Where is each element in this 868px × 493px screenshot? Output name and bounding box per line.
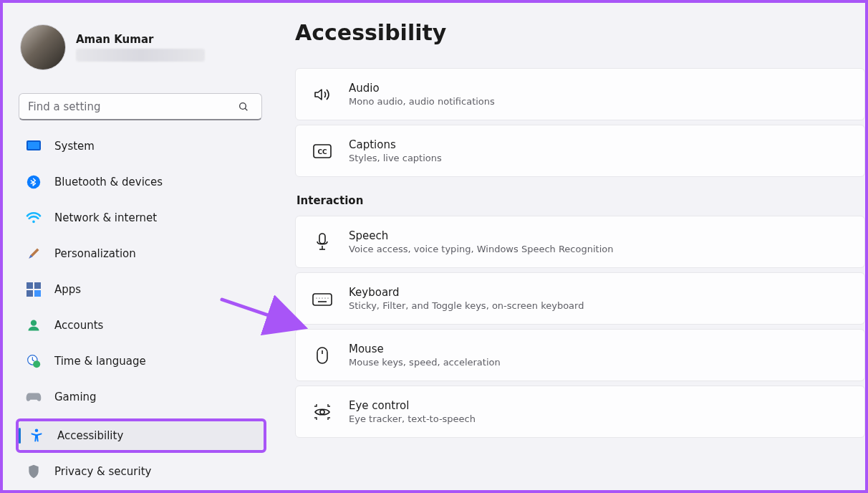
svg-point-5 <box>32 221 35 224</box>
card-title: Keyboard <box>349 286 584 299</box>
sidebar-item-accessibility[interactable]: Accessibility <box>19 421 264 450</box>
sidebar-item-accounts[interactable]: Accounts <box>16 311 266 340</box>
sidebar-item-time[interactable]: Time & language <box>16 347 266 375</box>
card-subtitle: Voice access, voice typing, Windows Spee… <box>349 244 613 254</box>
svg-rect-16 <box>319 234 325 244</box>
settings-item-eye-control[interactable]: Eye control Eye tracker, text-to-speech <box>295 386 865 438</box>
svg-point-22 <box>322 297 322 298</box>
card-subtitle: Styles, live captions <box>349 153 442 163</box>
sidebar-item-label: Gaming <box>54 391 97 403</box>
svg-point-23 <box>324 297 325 298</box>
card-subtitle: Sticky, Filter, and Toggle keys, on-scre… <box>349 300 584 311</box>
section-heading-interaction: Interaction <box>296 194 865 207</box>
apps-icon <box>26 282 42 297</box>
svg-rect-3 <box>28 142 39 149</box>
settings-item-speech[interactable]: Speech Voice access, voice typing, Windo… <box>295 216 865 268</box>
clock-globe-icon <box>26 353 42 369</box>
sidebar-item-label: Accounts <box>54 319 103 332</box>
settings-item-audio[interactable]: Audio Mono audio, audio notifications <box>295 68 865 120</box>
wifi-icon <box>26 210 42 226</box>
sidebar-item-label: Privacy & security <box>54 465 151 478</box>
content-pane: Accessibility Audio Mono audio, audio no… <box>295 3 865 490</box>
svg-point-24 <box>327 297 328 298</box>
card-title: Audio <box>349 82 495 95</box>
svg-point-0 <box>240 103 246 110</box>
svg-rect-7 <box>34 282 41 289</box>
card-title: Captions <box>349 138 442 151</box>
svg-rect-19 <box>313 294 332 305</box>
speaker-icon <box>312 84 333 105</box>
gamepad-icon <box>26 389 42 405</box>
eye-icon <box>312 401 333 423</box>
card-title: Mouse <box>349 343 501 355</box>
card-subtitle: Mono audio, audio notifications <box>349 96 495 107</box>
sidebar-item-label: Time & language <box>54 355 146 368</box>
mouse-icon <box>312 345 333 366</box>
search-icon <box>238 101 249 113</box>
search-wrap <box>19 93 262 120</box>
svg-rect-9 <box>34 290 41 297</box>
sidebar-item-personalization[interactable]: Personalization <box>16 239 266 268</box>
sidebar-item-bluetooth[interactable]: Bluetooth & devices <box>16 168 266 196</box>
svg-line-1 <box>245 108 247 110</box>
bluetooth-icon <box>26 174 42 190</box>
search-input[interactable] <box>19 93 262 120</box>
captions-icon: CC <box>312 140 333 162</box>
sidebar-item-label: Network & internet <box>54 211 157 224</box>
accessibility-icon <box>29 428 44 444</box>
sidebar: Aman Kumar System Bluetooth & devices <box>3 3 275 490</box>
shield-icon <box>26 464 42 479</box>
card-title: Eye control <box>349 399 476 412</box>
annotation-highlight: Accessibility <box>16 418 266 453</box>
user-profile[interactable]: Aman Kumar <box>16 14 266 77</box>
sidebar-item-apps[interactable]: Apps <box>16 275 266 304</box>
sidebar-item-label: Bluetooth & devices <box>54 176 163 188</box>
sidebar-item-label: Accessibility <box>57 429 123 442</box>
settings-item-captions[interactable]: CC Captions Styles, live captions <box>295 125 865 177</box>
svg-point-13 <box>35 429 39 432</box>
paintbrush-icon <box>26 246 42 262</box>
svg-point-10 <box>31 320 37 326</box>
svg-point-28 <box>320 410 324 414</box>
card-subtitle: Mouse keys, speed, acceleration <box>349 357 501 368</box>
svg-point-21 <box>319 297 319 298</box>
svg-rect-6 <box>26 282 33 289</box>
svg-text:CC: CC <box>317 148 327 155</box>
svg-point-20 <box>316 297 317 298</box>
sidebar-item-label: Apps <box>54 283 81 296</box>
sidebar-item-label: Personalization <box>54 247 136 260</box>
keyboard-icon <box>312 288 333 310</box>
avatar <box>20 24 66 70</box>
card-subtitle: Eye tracker, text-to-speech <box>349 413 476 424</box>
system-icon <box>26 138 42 154</box>
settings-item-mouse[interactable]: Mouse Mouse keys, speed, acceleration <box>295 329 865 381</box>
page-title: Accessibility <box>295 20 865 45</box>
sidebar-item-gaming[interactable]: Gaming <box>16 383 266 411</box>
nav-list: System Bluetooth & devices Network & int… <box>16 132 266 486</box>
sidebar-item-privacy[interactable]: Privacy & security <box>16 457 266 486</box>
sidebar-item-label: System <box>54 140 95 153</box>
svg-point-12 <box>33 360 40 368</box>
user-email-redacted <box>76 49 205 62</box>
person-icon <box>26 317 42 333</box>
microphone-icon <box>312 231 333 253</box>
sidebar-item-network[interactable]: Network & internet <box>16 204 266 232</box>
sidebar-item-system[interactable]: System <box>16 132 266 161</box>
card-title: Speech <box>349 229 613 242</box>
svg-rect-26 <box>317 348 327 363</box>
svg-rect-8 <box>26 290 33 297</box>
user-name: Aman Kumar <box>76 33 205 46</box>
settings-item-keyboard[interactable]: Keyboard Sticky, Filter, and Toggle keys… <box>295 272 865 325</box>
